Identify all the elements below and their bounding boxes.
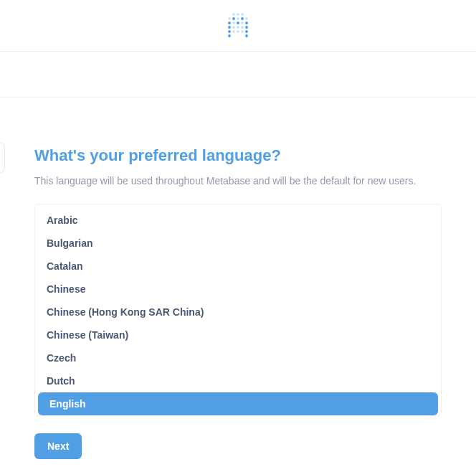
- svg-point-20: [237, 30, 239, 33]
- svg-point-3: [228, 17, 231, 20]
- svg-point-2: [241, 13, 244, 16]
- svg-point-1: [237, 13, 239, 16]
- app-header: [0, 0, 476, 52]
- svg-point-13: [228, 26, 231, 29]
- svg-point-16: [241, 26, 244, 29]
- step-indicator: [0, 142, 5, 174]
- svg-point-18: [228, 30, 231, 33]
- language-option[interactable]: Chinese (Taiwan): [35, 324, 441, 346]
- language-option[interactable]: Chinese (Hong Kong SAR China): [35, 301, 441, 324]
- svg-point-19: [232, 30, 235, 33]
- svg-point-6: [241, 17, 244, 20]
- language-option[interactable]: English: [38, 392, 438, 415]
- svg-point-10: [237, 22, 239, 24]
- svg-point-24: [245, 34, 248, 37]
- next-button[interactable]: Next: [34, 433, 82, 459]
- setup-language-step: What's your preferred language? This lan…: [0, 146, 476, 459]
- svg-point-8: [228, 22, 231, 24]
- language-option[interactable]: Catalan: [35, 255, 441, 278]
- subheader-band: [0, 52, 476, 98]
- metabase-logo-icon: [222, 10, 254, 42]
- svg-point-5: [237, 17, 239, 20]
- svg-point-22: [245, 30, 248, 33]
- svg-point-12: [245, 22, 248, 24]
- svg-point-7: [245, 17, 248, 20]
- svg-point-17: [245, 26, 248, 29]
- svg-point-9: [232, 22, 235, 24]
- svg-point-15: [237, 26, 239, 29]
- language-option[interactable]: Czech: [35, 346, 441, 369]
- svg-point-4: [232, 17, 235, 20]
- svg-point-21: [241, 30, 244, 33]
- svg-point-0: [232, 13, 235, 16]
- language-option[interactable]: Arabic: [35, 209, 441, 232]
- step-title: What's your preferred language?: [34, 146, 442, 165]
- step-subtitle: This language will be used throughout Me…: [34, 175, 442, 187]
- language-option[interactable]: Chinese: [35, 278, 441, 301]
- language-list[interactable]: ArabicBulgarianCatalanChineseChinese (Ho…: [34, 204, 442, 416]
- svg-point-23: [228, 34, 231, 37]
- svg-point-14: [232, 26, 235, 29]
- svg-point-11: [241, 22, 244, 24]
- language-option[interactable]: Bulgarian: [35, 232, 441, 255]
- language-option[interactable]: Dutch: [35, 369, 441, 392]
